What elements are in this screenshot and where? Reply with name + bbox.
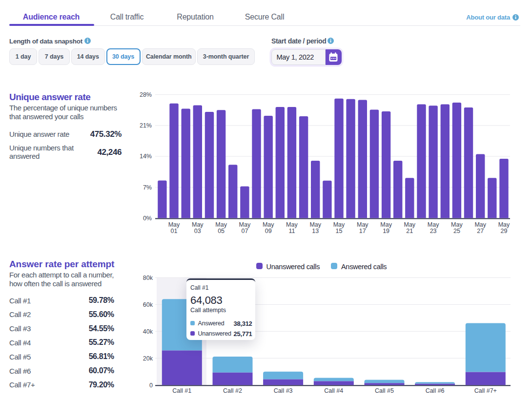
svg-text:19: 19	[383, 228, 389, 234]
svg-text:60k: 60k	[143, 301, 153, 308]
svg-text:7%: 7%	[143, 184, 152, 191]
svg-text:20k: 20k	[143, 355, 153, 362]
svg-text:0%: 0%	[143, 215, 152, 222]
svg-text:Call #3: Call #3	[274, 387, 293, 394]
svg-text:01: 01	[171, 228, 178, 234]
svg-text:Call #7+: Call #7+	[474, 387, 497, 394]
svg-text:0: 0	[149, 382, 153, 389]
svg-text:17: 17	[359, 228, 366, 234]
svg-text:09: 09	[265, 228, 272, 234]
svg-text:13: 13	[312, 228, 319, 234]
svg-text:28%: 28%	[140, 91, 152, 98]
svg-text:14%: 14%	[140, 153, 152, 160]
svg-text:Call #5: Call #5	[375, 387, 394, 394]
svg-text:25: 25	[453, 228, 460, 234]
svg-text:05: 05	[218, 228, 225, 234]
svg-text:11: 11	[288, 228, 295, 234]
svg-text:Call #1: Call #1	[172, 387, 191, 394]
svg-text:40k: 40k	[143, 328, 153, 335]
svg-text:Call #6: Call #6	[426, 387, 445, 394]
svg-text:21: 21	[406, 228, 413, 234]
svg-text:23: 23	[430, 228, 437, 234]
svg-text:27: 27	[477, 228, 484, 234]
svg-text:21%: 21%	[140, 122, 152, 129]
svg-text:80k: 80k	[143, 275, 153, 281]
svg-text:Call #2: Call #2	[223, 387, 242, 394]
svg-text:07: 07	[241, 228, 248, 234]
svg-text:Call #4: Call #4	[324, 387, 343, 394]
svg-text:15: 15	[336, 228, 343, 234]
svg-text:03: 03	[194, 228, 201, 234]
svg-text:29: 29	[501, 228, 508, 234]
